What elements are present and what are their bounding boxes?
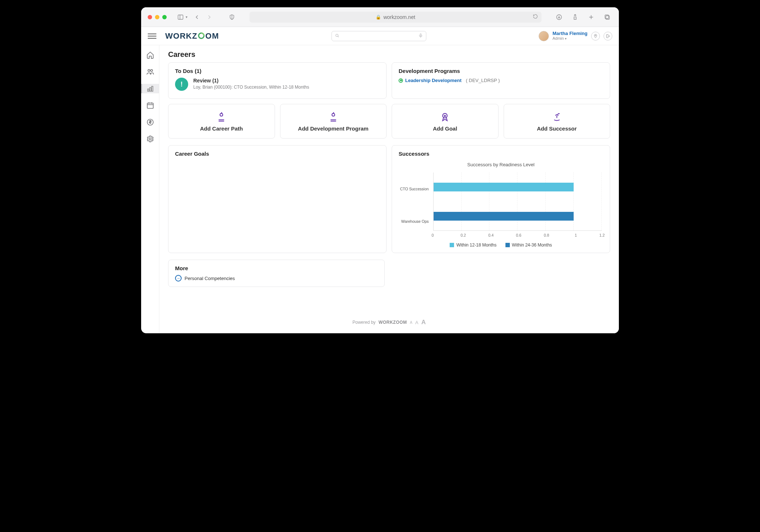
chart-x-tick: 0.6 xyxy=(494,233,521,237)
lock-icon: 🔒 xyxy=(376,15,381,20)
legend-swatch xyxy=(450,243,454,247)
arrow-right-icon: → xyxy=(175,275,182,281)
user-name: Martha Fleming xyxy=(552,31,588,36)
svg-rect-21 xyxy=(147,103,153,109)
home-icon[interactable] xyxy=(146,50,155,60)
action-label: Add Goal xyxy=(396,125,495,132)
chart-x-tick: 1 xyxy=(549,233,577,237)
successors-heading: Successors xyxy=(399,151,603,157)
avatar xyxy=(539,31,549,41)
add-development-program-button[interactable]: Add Development Program xyxy=(280,104,387,139)
chart-y-label: Warehouse Ops xyxy=(400,211,429,232)
career-goals-card: Career Goals xyxy=(168,145,387,253)
add-goal-button[interactable]: Add Goal xyxy=(392,104,499,139)
svg-marker-28 xyxy=(443,114,447,117)
search-icon xyxy=(335,33,340,39)
more-card: More → Personal Competencies xyxy=(168,260,385,287)
careers-icon[interactable] xyxy=(146,84,155,93)
todos-card: To Dos (1) ! Review (1) Loy, Brian (0001… xyxy=(168,62,387,99)
svg-line-11 xyxy=(338,36,339,37)
chart-x-tick: 0.4 xyxy=(466,233,494,237)
mic-icon[interactable] xyxy=(418,33,423,39)
career-path-icon xyxy=(172,111,271,123)
settings-icon[interactable] xyxy=(146,134,155,144)
todo-subtitle: Loy, Brian (000100): CTO Succession, Wit… xyxy=(193,85,309,90)
dev-program-code: ( DEV_LDRSP ) xyxy=(466,78,500,83)
brand-accent xyxy=(197,31,205,41)
dev-program-item[interactable]: Leadership Development ( DEV_LDRSP ) xyxy=(399,78,603,83)
font-size-large[interactable]: A xyxy=(421,319,426,326)
legend-item[interactable]: Within 12-18 Months xyxy=(450,242,496,248)
action-label: Add Career Path xyxy=(172,125,271,132)
todo-item[interactable]: ! Review (1) Loy, Brian (000100): CTO Su… xyxy=(175,78,380,91)
legend-swatch xyxy=(505,243,510,247)
font-size-small[interactable]: A xyxy=(410,321,412,325)
svg-rect-7 xyxy=(606,16,609,19)
dev-programs-card: Development Programs Leadership Developm… xyxy=(392,62,610,99)
action-label: Add Successor xyxy=(508,125,606,132)
legend-item[interactable]: Within 24-36 Months xyxy=(505,242,552,248)
quick-actions: Add Career Path Add Development Program … xyxy=(168,104,610,139)
search-input[interactable] xyxy=(331,31,426,41)
dev-program-name: Leadership Development xyxy=(405,78,462,83)
more-link-text: Personal Competencies xyxy=(185,276,235,281)
content-area: Careers To Dos (1) ! Review (1) Loy, Bri… xyxy=(159,45,619,333)
downloads-icon[interactable] xyxy=(554,12,564,22)
people-icon[interactable] xyxy=(146,67,155,77)
successors-card: Successors Successors by Readiness Level… xyxy=(392,145,610,253)
pay-icon[interactable] xyxy=(146,117,155,127)
reload-icon[interactable] xyxy=(533,14,538,20)
svg-rect-0 xyxy=(178,15,183,19)
add-successor-button[interactable]: Add Successor xyxy=(504,104,610,139)
location-button[interactable] xyxy=(591,32,600,40)
more-heading: More xyxy=(175,265,378,271)
chart-bar[interactable] xyxy=(434,212,574,221)
svg-rect-18 xyxy=(147,89,149,91)
career-goals-heading: Career Goals xyxy=(175,151,380,157)
svg-point-16 xyxy=(148,70,150,72)
user-role: Admin xyxy=(552,36,588,41)
browser-toolbar: ▾ 🔒 workzoom.net xyxy=(141,7,619,27)
chart-bar[interactable] xyxy=(434,183,574,191)
nav-back-button[interactable] xyxy=(192,12,202,22)
brand-prefix: WORKZ xyxy=(165,31,197,41)
minimize-window-button[interactable] xyxy=(155,15,159,19)
svg-rect-8 xyxy=(605,15,609,19)
browser-window: ▾ 🔒 workzoom.net xyxy=(141,7,619,333)
footer-brand: WORKZOOM xyxy=(379,320,407,325)
menu-button[interactable] xyxy=(148,34,156,39)
chevron-down-icon[interactable]: ▾ xyxy=(186,15,187,19)
logout-button[interactable] xyxy=(604,32,612,40)
personal-competencies-link[interactable]: → Personal Competencies xyxy=(175,275,378,281)
svg-rect-20 xyxy=(151,86,153,92)
maximize-window-button[interactable] xyxy=(162,15,167,19)
calendar-icon[interactable] xyxy=(146,101,155,110)
svg-point-17 xyxy=(150,70,152,72)
successor-icon xyxy=(508,111,606,123)
new-tab-icon[interactable] xyxy=(586,12,596,22)
privacy-shield-icon[interactable] xyxy=(227,12,237,22)
user-menu[interactable]: Martha Fleming Admin xyxy=(539,31,612,41)
font-size-medium[interactable]: A xyxy=(415,320,419,325)
url-bar[interactable]: 🔒 workzoom.net xyxy=(249,12,542,23)
app-header: WORKZ OM Martha Fleming Admin xyxy=(141,27,619,45)
add-career-path-button[interactable]: Add Career Path xyxy=(168,104,275,139)
brand-suffix: OM xyxy=(205,31,219,41)
footer: Powered by WORKZOOM A A A xyxy=(168,297,610,326)
development-icon xyxy=(284,111,383,123)
tabs-overview-icon[interactable] xyxy=(602,12,612,22)
brand-logo[interactable]: WORKZ OM xyxy=(165,31,219,41)
chart-title: Successors by Readiness Level xyxy=(399,162,603,167)
chart-x-tick: 0.2 xyxy=(438,233,466,237)
goal-icon xyxy=(396,111,495,123)
alert-icon: ! xyxy=(175,78,188,91)
nav-forward-button[interactable] xyxy=(204,12,214,22)
action-label: Add Development Program xyxy=(284,125,383,132)
svg-point-26 xyxy=(149,138,151,140)
share-icon[interactable] xyxy=(570,12,580,22)
sidebar-toggle-icon[interactable] xyxy=(175,12,186,22)
left-rail xyxy=(141,45,159,333)
chart-x-tick: 0.8 xyxy=(521,233,549,237)
todos-heading: To Dos (1) xyxy=(175,68,380,74)
close-window-button[interactable] xyxy=(148,15,152,19)
